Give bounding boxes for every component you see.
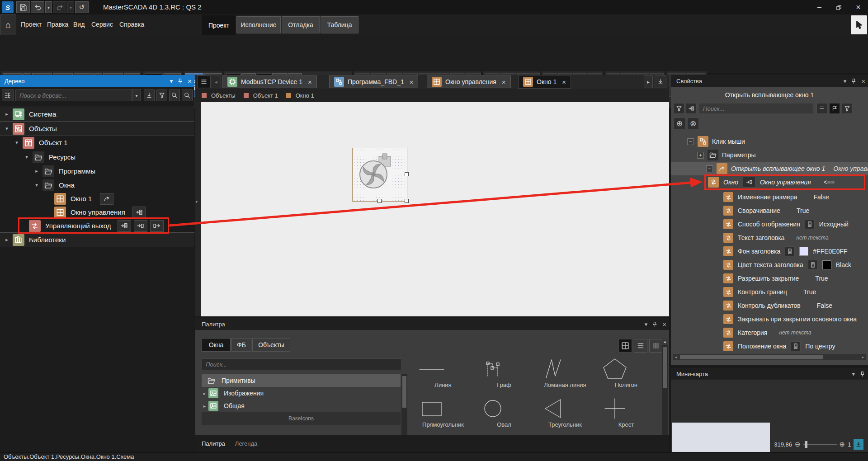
prop-tree-row-parameters[interactable]: + Параметры	[697, 148, 756, 162]
property-row-allow-close[interactable]: Разрешить закрытиеTrue	[723, 272, 868, 285]
tree-locate-button[interactable]	[182, 89, 193, 101]
pin-icon[interactable]	[652, 321, 658, 327]
tree-search-dropdown[interactable]: ▾	[132, 89, 141, 101]
input-link-button[interactable]	[134, 220, 147, 232]
collapse-box-icon[interactable]: −	[706, 165, 713, 172]
palette-tab-objects[interactable]: Объекты	[252, 338, 290, 352]
prop-list-view-button[interactable]	[816, 103, 827, 114]
expander-icon[interactable]: ▸	[203, 404, 206, 409]
bottom-tab-palette[interactable]: Палитра	[202, 440, 225, 447]
shape-polyline[interactable]: Ломаная линия	[538, 356, 592, 388]
tree-item-objects[interactable]: ▾ Объекты	[0, 121, 194, 136]
tab-close-icon[interactable]: ×	[308, 78, 312, 86]
prop-tree-row-open-popup[interactable]: − Открыть всплывающее окно 1 Окно управл…	[706, 162, 868, 175]
scrollbar-thumb[interactable]	[402, 376, 406, 408]
resize-handle-bottom[interactable]	[377, 199, 382, 203]
breadcrumb-objects[interactable]: Объекты	[211, 92, 236, 99]
expander-icon[interactable]: ▾	[24, 154, 30, 160]
tree-settings-button[interactable]	[2, 89, 14, 101]
tree-item-system[interactable]: ▸ Система	[0, 107, 194, 122]
property-row-category[interactable]: Категориянет текста	[723, 326, 868, 339]
category-common[interactable]: ▸ Общая	[202, 400, 401, 412]
resize-handle-corner[interactable]	[405, 199, 409, 203]
resize-handle-right[interactable]	[405, 172, 409, 176]
undo-dropdown[interactable]: ▾	[45, 1, 52, 13]
property-row-title-background[interactable]: Фон заголовка#FFE0E0FF	[723, 245, 868, 258]
shape-line[interactable]: Линия	[416, 356, 470, 388]
open-window-button[interactable]	[100, 193, 113, 205]
breadcrumb-object1[interactable]: Объект 1	[253, 92, 278, 99]
property-row-collapse[interactable]: СворачиваниеTrue	[723, 204, 868, 217]
enum-icon[interactable]	[785, 246, 795, 256]
revert-button[interactable]: ↺	[75, 1, 89, 13]
undo-button[interactable]	[31, 1, 44, 13]
shapes-scrollbar[interactable]: ▲	[662, 338, 668, 435]
doc-tab-modbus[interactable]: ModbusTCP Device 1 ×	[222, 75, 317, 88]
enum-icon[interactable]	[805, 219, 815, 229]
panel-close-icon[interactable]: ×	[188, 77, 192, 85]
panel-close-icon[interactable]: ×	[662, 320, 666, 328]
properties-search-input[interactable]	[699, 103, 814, 114]
zoom-slider[interactable]	[803, 444, 837, 445]
expander-icon[interactable]: ▾	[33, 182, 40, 188]
tree-filter-button[interactable]	[156, 89, 167, 101]
mode-tab-project[interactable]: Проект	[202, 15, 236, 35]
minimize-button[interactable]: –	[810, 0, 829, 14]
zoom-out-button[interactable]: ⊖	[795, 440, 801, 448]
enum-icon[interactable]	[791, 341, 801, 351]
tree-item-resources[interactable]: ▾ Ресурсы	[0, 150, 194, 164]
palette-search-input[interactable]	[202, 358, 401, 370]
prop-tree-row-mouse-click[interactable]: − Клик мыши	[687, 135, 745, 148]
panel-dropdown-icon[interactable]: ▾	[170, 78, 173, 85]
bind-button[interactable]	[132, 207, 146, 218]
redo-button[interactable]	[53, 1, 66, 13]
restore-button[interactable]	[829, 0, 849, 14]
tree-item-object1[interactable]: ▾ Объект 1	[0, 136, 194, 150]
menu-project[interactable]: Проект	[21, 21, 42, 28]
canvas-splitter[interactable]: ▸	[195, 102, 201, 316]
menu-edit[interactable]: Правка	[47, 21, 68, 28]
tab-scroll-right-button[interactable]: ▸	[644, 75, 653, 88]
tab-list-button[interactable]	[197, 75, 211, 88]
tree-collapse-all-button[interactable]	[144, 89, 155, 101]
expand-box-icon[interactable]: +	[697, 152, 704, 159]
close-button[interactable]: ×	[849, 0, 868, 14]
scrollbar-thumb[interactable]	[663, 347, 667, 388]
shape-oval[interactable]: Овал	[477, 396, 531, 428]
expander-icon[interactable]: ▾	[14, 140, 20, 146]
minimap-preview[interactable]	[672, 423, 770, 452]
menu-service[interactable]: Сервис	[91, 21, 113, 28]
tree-search-input[interactable]	[15, 89, 132, 101]
tree-item-control-output[interactable]: Управляющий выход	[0, 219, 194, 233]
tree-item-control-window[interactable]: Окно управления	[0, 205, 194, 219]
property-row-title-text[interactable]: Текст заголовканет текста	[723, 231, 868, 245]
shape-triangle[interactable]: Треугольник	[538, 396, 592, 428]
collapse-box-icon[interactable]: −	[687, 138, 694, 145]
category-primitives[interactable]: Примитивы	[202, 374, 401, 387]
property-row-bounds-control[interactable]: Контроль границTrue	[723, 285, 868, 299]
property-row-window-position[interactable]: Положение окнаПо центру	[723, 339, 868, 353]
home-button[interactable]: ⌂	[0, 14, 16, 35]
palette-tab-fb[interactable]: ФБ	[231, 338, 251, 352]
link-row-bind-button[interactable]	[743, 177, 755, 188]
shape-rectangle[interactable]: Прямоугольник	[416, 396, 470, 428]
property-row-resize[interactable]: Изменение размераFalse	[723, 190, 868, 204]
scroll-up-button[interactable]: ▲	[662, 338, 668, 345]
panel-dropdown-icon[interactable]: ▾	[852, 371, 855, 377]
prop-link-row[interactable]: Окно Окно управления <==	[708, 175, 868, 189]
fit-view-button[interactable]	[854, 439, 863, 450]
zoom-in-button[interactable]: ⊕	[840, 440, 845, 448]
expander-icon[interactable]: ▾	[4, 126, 10, 132]
tab-close-icon[interactable]: ×	[562, 78, 566, 86]
tree-item-programs[interactable]: ▸ Программы	[0, 164, 194, 178]
mode-tab-runtime[interactable]: Исполнение	[236, 16, 281, 33]
bind-button[interactable]	[118, 220, 131, 232]
tree-search-button[interactable]	[169, 89, 180, 101]
expander-icon[interactable]: ▸	[4, 237, 10, 243]
properties-scrollbar[interactable]: ◂ ▸	[673, 354, 866, 360]
palette-header[interactable]: Палитра ▾ ×	[195, 318, 669, 330]
panel-close-icon[interactable]: ×	[861, 77, 865, 85]
property-row-display-mode[interactable]: Способ отображенияИсходный	[723, 217, 868, 231]
shape-polygon[interactable]: Полигон	[599, 356, 653, 388]
color-swatch[interactable]	[822, 260, 831, 269]
